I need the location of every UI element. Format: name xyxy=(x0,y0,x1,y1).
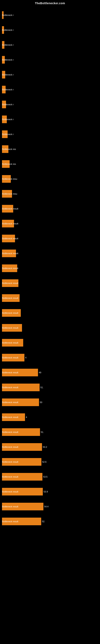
bar-label: Bottleneck result xyxy=(2,208,18,210)
bar-value: 51. xyxy=(41,431,44,433)
bar-value: 4 xyxy=(26,416,27,418)
bar-label: Bottleneck resu xyxy=(2,178,17,180)
bar-label: Bottleneck result xyxy=(2,446,18,448)
bar-row: Bottleneck resu xyxy=(2,186,96,201)
bar-row: Bottleneck r xyxy=(2,8,96,22)
bar-value: 49 xyxy=(39,371,41,374)
bar-row: Bottleneck result xyxy=(2,231,96,246)
bar-label: Bottleneck r xyxy=(2,88,14,91)
bar-row: Bottleneck r xyxy=(2,52,96,67)
bar-label: Bottleneck result xyxy=(2,342,18,344)
bar-row: Bottleneck result51. xyxy=(2,380,96,395)
bar-row: Bottleneck result xyxy=(2,276,96,290)
bar-value: 53.2 xyxy=(43,446,47,448)
bar-label: Bottleneck result xyxy=(2,312,18,314)
bar-row: Bottleneck result xyxy=(2,246,96,261)
bar-row: Bottleneck result xyxy=(2,261,96,276)
bar-value: 50 xyxy=(40,401,42,404)
bar-row: Bottleneck result53.5 xyxy=(2,469,96,484)
bar-label: Bottleneck result xyxy=(2,461,18,463)
bar-row: Bottleneck r xyxy=(2,127,96,142)
bar-label: Bottleneck r xyxy=(2,29,14,31)
bar-label: Bottleneck resu xyxy=(2,192,17,195)
bar-row: Bottleneck res xyxy=(2,142,96,156)
bar-label: Bottleneck result xyxy=(2,401,18,404)
chart-area: Bottleneck rBottleneck rBottleneck rBott… xyxy=(0,6,100,531)
bar-label: Bottleneck result xyxy=(2,416,18,418)
bar-row: Bottleneck result4 xyxy=(2,410,96,425)
bar-row: Bottleneck r xyxy=(2,97,96,112)
bar-label: Bottleneck r xyxy=(2,133,14,136)
bar-value: 4 xyxy=(25,356,26,359)
bar-label: Bottleneck result xyxy=(2,327,18,329)
bar-value: 51. xyxy=(40,386,43,388)
bar-label: Bottleneck result xyxy=(2,267,18,270)
bar-label: Bottleneck result xyxy=(2,356,18,359)
bar-row: Bottleneck result51. xyxy=(2,425,96,440)
bar-label: Bottleneck result xyxy=(2,237,18,240)
bar-row: Bottleneck result xyxy=(2,320,96,335)
bar-row: Bottleneck result xyxy=(2,290,96,306)
bar-row: Bottleneck result xyxy=(2,216,96,231)
bar-label: Bottleneck r xyxy=(2,118,14,120)
bar-label: Bottleneck r xyxy=(2,74,14,76)
bar-label: Bottleneck result xyxy=(2,431,18,433)
bar-label: Bottleneck result xyxy=(2,252,18,254)
bar-label: Bottleneck r xyxy=(2,58,14,61)
bar-value: 53.9 xyxy=(44,490,48,493)
bar-row: Bottleneck r xyxy=(2,112,96,127)
bar-label: Bottleneck r xyxy=(2,14,14,16)
bar-label: Bottleneck res xyxy=(2,163,16,165)
bar-label: Bottleneck r xyxy=(2,103,14,106)
bar-value: 54.4 xyxy=(44,505,49,508)
bar-row: Bottleneck result xyxy=(2,306,96,320)
bar-label: Bottleneck result xyxy=(2,505,18,508)
bar-label: Bottleneck result xyxy=(2,222,18,225)
site-title: TheBottlenecker.com xyxy=(0,0,100,6)
bar-row: Bottleneck result xyxy=(2,335,96,350)
bar-row: Bottleneck result52. xyxy=(2,514,96,529)
bar-label: Bottleneck result xyxy=(2,297,18,299)
bar-label: Bottleneck result xyxy=(2,520,18,523)
bar-row: Bottleneck result4 xyxy=(2,350,96,365)
bar-label: Bottleneck result xyxy=(2,371,18,374)
bar-value: 53.5 xyxy=(43,476,48,478)
bar-value: 52. xyxy=(42,520,45,523)
bar-row: Bottleneck r xyxy=(2,22,96,38)
bar-row: Bottleneck result49 xyxy=(2,365,96,380)
bar-label: Bottleneck res xyxy=(2,148,16,150)
bar-row: Bottleneck result54.4 xyxy=(2,499,96,514)
bar-row: Bottleneck r xyxy=(2,82,96,97)
bar-row: Bottleneck result50 xyxy=(2,395,96,410)
bar-row: Bottleneck result53.9 xyxy=(2,484,96,499)
bar-row: Bottleneck result52.6 xyxy=(2,454,96,469)
bar-row: Bottleneck res xyxy=(2,156,96,172)
bar-label: Bottleneck result xyxy=(2,490,18,493)
bar-label: Bottleneck result xyxy=(2,282,18,284)
bar-row: Bottleneck r xyxy=(2,38,96,52)
bar-row: Bottleneck resu xyxy=(2,172,96,186)
bar-label: Bottleneck result xyxy=(2,476,18,478)
bar-label: Bottleneck result xyxy=(2,386,18,388)
bar-row: Bottleneck result53.2 xyxy=(2,440,96,454)
bar-row: Bottleneck r xyxy=(2,67,96,82)
bar-row: Bottleneck result xyxy=(2,201,96,216)
bar-label: Bottleneck r xyxy=(2,44,14,46)
bar-value: 52.6 xyxy=(42,461,47,463)
